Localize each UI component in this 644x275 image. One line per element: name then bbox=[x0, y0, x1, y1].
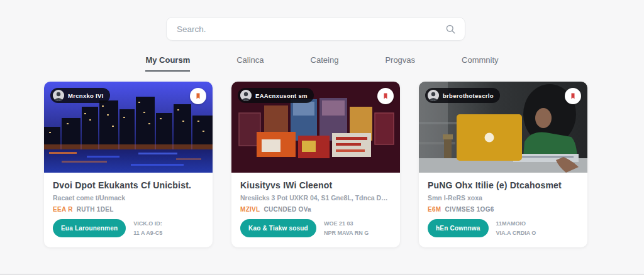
creator-badge: EAAcnxusont sm bbox=[238, 88, 314, 103]
tab-community[interactable]: Commnity bbox=[462, 55, 499, 72]
course-subtitle: Racaet come t/Unmack bbox=[53, 194, 204, 202]
creator-avatar bbox=[53, 90, 64, 101]
card-footer: Kao & Tiakw sosud WOE 21 03 NPR MAVA RN … bbox=[240, 219, 391, 237]
tab-catalog[interactable]: Cateing bbox=[311, 55, 339, 72]
course-aside-info: 11MAMOIO VIA.A CRDIA O bbox=[496, 219, 536, 237]
course-card-1[interactable]: Mrcnxko IVI Dvoi Dpot Ekukants Cf Unicbi… bbox=[44, 82, 213, 247]
course-meta: MZIVL CUCNDED OVa bbox=[240, 206, 391, 213]
course-title: PuNG Ohx Itilie (e) Dtcahosmet bbox=[428, 180, 579, 190]
aside-line-2: VIA.A CRDIA O bbox=[496, 229, 536, 237]
course-aside-info: WOE 21 03 NPR MAVA RN G bbox=[324, 219, 369, 237]
card-footer: Eua Larounenmen VICK.O ID: 11 A A9-C5 bbox=[53, 219, 204, 237]
card-footer: hEn Cownnwa 11MAMOIO VIA.A CRDIA O bbox=[428, 219, 579, 237]
course-card-3[interactable]: brberothotescrlo PuNG Ohx Itilie (e) Dtc… bbox=[419, 82, 587, 247]
creator-name: brberothotescrlo bbox=[443, 92, 494, 99]
course-card-grid: Mrcnxko IVI Dvoi Dpot Ekukants Cf Unicbi… bbox=[44, 82, 587, 247]
course-subtitle: Smn I-ReRS xoxa bbox=[428, 194, 579, 202]
card-body: Dvoi Dpot Ekukants Cf Unicbist. Racaet c… bbox=[44, 173, 213, 245]
bookmark-button[interactable] bbox=[190, 88, 206, 104]
search-input[interactable] bbox=[175, 24, 445, 35]
course-meta-rest: CIVMSES 1OG6 bbox=[445, 206, 494, 213]
search-icon[interactable] bbox=[445, 23, 456, 35]
creator-badge: brberothotescrlo bbox=[425, 88, 500, 103]
aside-line-2: 11 A A9-C5 bbox=[133, 229, 162, 237]
search-bar bbox=[166, 17, 465, 41]
creator-name: EAAcnxusont sm bbox=[255, 92, 308, 99]
course-image-woman-laptop[interactable]: brberothotescrlo bbox=[419, 82, 587, 173]
course-image-city-night[interactable]: Mrcnxko IVI bbox=[44, 82, 213, 173]
enroll-button[interactable]: Kao & Tiakw sosud bbox=[240, 219, 316, 237]
course-subtitle: Nresiicks 3 Pot UXKR 04, S1 Gne8L, Tdnca… bbox=[240, 194, 391, 202]
creator-name: Mrcnxko IVI bbox=[68, 92, 104, 99]
course-card-2[interactable]: EAAcnxusont sm Kiusityvs IWi Cleenot Nre… bbox=[231, 82, 400, 247]
course-meta: E6M CIVMSES 1OG6 bbox=[428, 206, 579, 213]
aside-line-1: 11MAMOIO bbox=[496, 219, 536, 228]
creator-badge: Mrcnxko IVI bbox=[50, 88, 110, 103]
course-meta: EEA R RUTH 1DEL bbox=[53, 206, 204, 213]
aside-line-1: VICK.O ID: bbox=[133, 219, 162, 228]
course-platform-page: My Coursm Calinca Cateing Progvas Commni… bbox=[0, 0, 644, 275]
course-meta-highlight: EEA R bbox=[53, 206, 73, 213]
course-image-book-collage[interactable]: EAAcnxusont sm bbox=[231, 82, 400, 173]
tab-programs[interactable]: Progvas bbox=[385, 55, 415, 72]
enroll-button[interactable]: Eua Larounenmen bbox=[53, 219, 126, 237]
card-body: PuNG Ohx Itilie (e) Dtcahosmet Smn I-ReR… bbox=[419, 173, 587, 245]
main-tabs: My Coursm Calinca Cateing Progvas Commni… bbox=[0, 55, 644, 72]
course-title: Kiusityvs IWi Cleenot bbox=[240, 180, 391, 190]
course-meta-rest: RUTH 1DEL bbox=[77, 206, 114, 213]
tab-courses[interactable]: Calinca bbox=[236, 55, 264, 72]
card-body: Kiusityvs IWi Cleenot Nresiicks 3 Pot UX… bbox=[231, 173, 400, 245]
bookmark-icon bbox=[569, 92, 577, 100]
course-aside-info: VICK.O ID: 11 A A9-C5 bbox=[133, 219, 162, 237]
bookmark-icon bbox=[382, 92, 389, 100]
course-title: Dvoi Dpot Ekukants Cf Unicbist. bbox=[53, 180, 204, 190]
creator-avatar bbox=[240, 90, 252, 101]
tab-my-courses[interactable]: My Coursm bbox=[145, 55, 190, 72]
bookmark-button[interactable] bbox=[565, 88, 581, 104]
aside-line-1: WOE 21 03 bbox=[324, 219, 369, 228]
course-meta-highlight: MZIVL bbox=[240, 206, 260, 213]
bookmark-button[interactable] bbox=[377, 88, 394, 104]
aside-line-2: NPR MAVA RN G bbox=[324, 229, 369, 237]
bookmark-icon bbox=[194, 92, 202, 100]
creator-avatar bbox=[428, 90, 439, 101]
course-meta-highlight: E6M bbox=[428, 206, 441, 213]
enroll-button[interactable]: hEn Cownnwa bbox=[428, 219, 489, 237]
course-meta-rest: CUCNDED OVa bbox=[264, 206, 311, 213]
